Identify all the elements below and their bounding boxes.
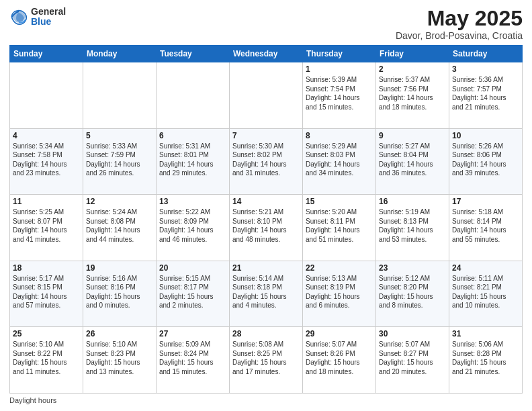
calendar-cell: 28Sunrise: 5:08 AM Sunset: 8:25 PM Dayli… [230, 327, 303, 394]
calendar-cell: 15Sunrise: 5:20 AM Sunset: 8:11 PM Dayli… [303, 195, 376, 261]
day-number: 17 [452, 197, 519, 206]
calendar-header-saturday: Saturday [449, 46, 523, 62]
day-info: Sunrise: 5:22 AM Sunset: 8:09 PM Dayligh… [159, 208, 226, 244]
day-number: 22 [306, 263, 373, 273]
day-number: 1 [306, 64, 373, 74]
day-number: 21 [232, 263, 300, 273]
calendar-week-4: 18Sunrise: 5:17 AM Sunset: 8:15 PM Dayli… [10, 261, 523, 327]
day-info: Sunrise: 5:39 AM Sunset: 7:54 PM Dayligh… [306, 75, 373, 111]
day-number: 3 [452, 64, 519, 74]
day-info: Sunrise: 5:37 AM Sunset: 7:56 PM Dayligh… [379, 75, 446, 111]
day-info: Sunrise: 5:10 AM Sunset: 8:23 PM Dayligh… [86, 340, 153, 376]
calendar-cell: 21Sunrise: 5:14 AM Sunset: 8:18 PM Dayli… [230, 261, 303, 327]
calendar-cell [230, 62, 303, 129]
day-number: 19 [86, 263, 153, 273]
calendar-table: SundayMondayTuesdayWednesdayThursdayFrid… [9, 45, 523, 394]
logo-text: General Blue [31, 7, 66, 28]
day-number: 29 [306, 329, 373, 338]
calendar-cell: 25Sunrise: 5:10 AM Sunset: 8:22 PM Dayli… [10, 327, 83, 394]
day-info: Sunrise: 5:31 AM Sunset: 8:01 PM Dayligh… [159, 142, 226, 178]
day-info: Sunrise: 5:12 AM Sunset: 8:20 PM Dayligh… [379, 274, 446, 310]
day-info: Sunrise: 5:07 AM Sunset: 8:27 PM Dayligh… [379, 340, 446, 376]
day-info: Sunrise: 5:24 AM Sunset: 8:08 PM Dayligh… [86, 208, 153, 244]
calendar-header-wednesday: Wednesday [230, 46, 303, 62]
day-info: Sunrise: 5:30 AM Sunset: 8:02 PM Dayligh… [232, 142, 300, 178]
calendar-cell: 14Sunrise: 5:21 AM Sunset: 8:10 PM Dayli… [230, 195, 303, 261]
calendar-header-sunday: Sunday [10, 46, 83, 62]
main-title: May 2025 [396, 7, 523, 30]
calendar-cell: 23Sunrise: 5:12 AM Sunset: 8:20 PM Dayli… [376, 261, 449, 327]
day-info: Sunrise: 5:10 AM Sunset: 8:22 PM Dayligh… [13, 340, 80, 376]
day-info: Sunrise: 5:20 AM Sunset: 8:11 PM Dayligh… [306, 208, 373, 244]
calendar-header-row: SundayMondayTuesdayWednesdayThursdayFrid… [10, 46, 523, 62]
day-number: 9 [379, 131, 446, 140]
logo: General Blue [9, 7, 66, 28]
day-info: Sunrise: 5:06 AM Sunset: 8:28 PM Dayligh… [452, 340, 519, 376]
day-info: Sunrise: 5:07 AM Sunset: 8:26 PM Dayligh… [306, 340, 373, 376]
calendar-cell: 10Sunrise: 5:26 AM Sunset: 8:06 PM Dayli… [449, 128, 523, 195]
calendar-header-tuesday: Tuesday [157, 46, 230, 62]
day-number: 11 [13, 197, 80, 206]
calendar-cell: 12Sunrise: 5:24 AM Sunset: 8:08 PM Dayli… [83, 195, 157, 261]
day-number: 28 [232, 329, 300, 338]
calendar-week-1: 1Sunrise: 5:39 AM Sunset: 7:54 PM Daylig… [10, 62, 523, 129]
day-info: Sunrise: 5:36 AM Sunset: 7:57 PM Dayligh… [452, 75, 519, 111]
calendar-cell: 5Sunrise: 5:33 AM Sunset: 7:59 PM Daylig… [83, 128, 157, 195]
day-info: Sunrise: 5:18 AM Sunset: 8:14 PM Dayligh… [452, 208, 519, 244]
day-number: 12 [86, 197, 153, 206]
footer: Daylight hours [9, 396, 523, 404]
day-number: 7 [232, 131, 300, 140]
calendar-cell: 17Sunrise: 5:18 AM Sunset: 8:14 PM Dayli… [449, 195, 523, 261]
day-info: Sunrise: 5:26 AM Sunset: 8:06 PM Dayligh… [452, 142, 519, 178]
day-info: Sunrise: 5:14 AM Sunset: 8:18 PM Dayligh… [232, 274, 300, 310]
calendar-cell: 13Sunrise: 5:22 AM Sunset: 8:09 PM Dayli… [157, 195, 230, 261]
calendar-cell: 20Sunrise: 5:15 AM Sunset: 8:17 PM Dayli… [157, 261, 230, 327]
day-info: Sunrise: 5:33 AM Sunset: 7:59 PM Dayligh… [86, 142, 153, 178]
day-number: 31 [452, 329, 519, 338]
calendar-cell: 2Sunrise: 5:37 AM Sunset: 7:56 PM Daylig… [376, 62, 449, 129]
calendar-cell: 22Sunrise: 5:13 AM Sunset: 8:19 PM Dayli… [303, 261, 376, 327]
calendar-cell: 1Sunrise: 5:39 AM Sunset: 7:54 PM Daylig… [303, 62, 376, 129]
day-info: Sunrise: 5:27 AM Sunset: 8:04 PM Dayligh… [379, 142, 446, 178]
calendar-cell: 3Sunrise: 5:36 AM Sunset: 7:57 PM Daylig… [449, 62, 523, 129]
day-number: 27 [159, 329, 226, 338]
day-info: Sunrise: 5:11 AM Sunset: 8:21 PM Dayligh… [452, 274, 519, 310]
calendar-cell: 7Sunrise: 5:30 AM Sunset: 8:02 PM Daylig… [230, 128, 303, 195]
calendar-cell: 6Sunrise: 5:31 AM Sunset: 8:01 PM Daylig… [157, 128, 230, 195]
calendar-week-2: 4Sunrise: 5:34 AM Sunset: 7:58 PM Daylig… [10, 128, 523, 195]
calendar-cell: 31Sunrise: 5:06 AM Sunset: 8:28 PM Dayli… [449, 327, 523, 394]
calendar-cell: 16Sunrise: 5:19 AM Sunset: 8:13 PM Dayli… [376, 195, 449, 261]
page: General Blue May 2025 Davor, Brod-Posavi… [0, 0, 532, 411]
day-number: 26 [86, 329, 153, 338]
day-number: 2 [379, 64, 446, 74]
calendar-cell: 27Sunrise: 5:09 AM Sunset: 8:24 PM Dayli… [157, 327, 230, 394]
calendar-header-monday: Monday [83, 46, 157, 62]
calendar-cell [157, 62, 230, 129]
calendar-cell: 9Sunrise: 5:27 AM Sunset: 8:04 PM Daylig… [376, 128, 449, 195]
calendar-week-3: 11Sunrise: 5:25 AM Sunset: 8:07 PM Dayli… [10, 195, 523, 261]
logo-general: General [31, 7, 66, 17]
calendar-cell: 11Sunrise: 5:25 AM Sunset: 8:07 PM Dayli… [10, 195, 83, 261]
day-number: 5 [86, 131, 153, 140]
day-number: 25 [13, 329, 80, 338]
calendar-cell: 29Sunrise: 5:07 AM Sunset: 8:26 PM Dayli… [303, 327, 376, 394]
day-info: Sunrise: 5:16 AM Sunset: 8:16 PM Dayligh… [86, 274, 153, 310]
day-info: Sunrise: 5:15 AM Sunset: 8:17 PM Dayligh… [159, 274, 226, 310]
logo-blue: Blue [31, 17, 66, 27]
day-number: 23 [379, 263, 446, 273]
calendar-cell: 4Sunrise: 5:34 AM Sunset: 7:58 PM Daylig… [10, 128, 83, 195]
calendar-cell: 19Sunrise: 5:16 AM Sunset: 8:16 PM Dayli… [83, 261, 157, 327]
day-number: 10 [452, 131, 519, 140]
day-info: Sunrise: 5:34 AM Sunset: 7:58 PM Dayligh… [13, 142, 80, 178]
day-number: 20 [159, 263, 226, 273]
day-number: 6 [159, 131, 226, 140]
calendar-header-thursday: Thursday [303, 46, 376, 62]
calendar-cell: 26Sunrise: 5:10 AM Sunset: 8:23 PM Dayli… [83, 327, 157, 394]
day-number: 16 [379, 197, 446, 206]
day-number: 4 [13, 131, 80, 140]
day-info: Sunrise: 5:25 AM Sunset: 8:07 PM Dayligh… [13, 208, 80, 244]
day-info: Sunrise: 5:09 AM Sunset: 8:24 PM Dayligh… [159, 340, 226, 376]
calendar-cell: 18Sunrise: 5:17 AM Sunset: 8:15 PM Dayli… [10, 261, 83, 327]
day-number: 13 [159, 197, 226, 206]
day-number: 18 [13, 263, 80, 273]
